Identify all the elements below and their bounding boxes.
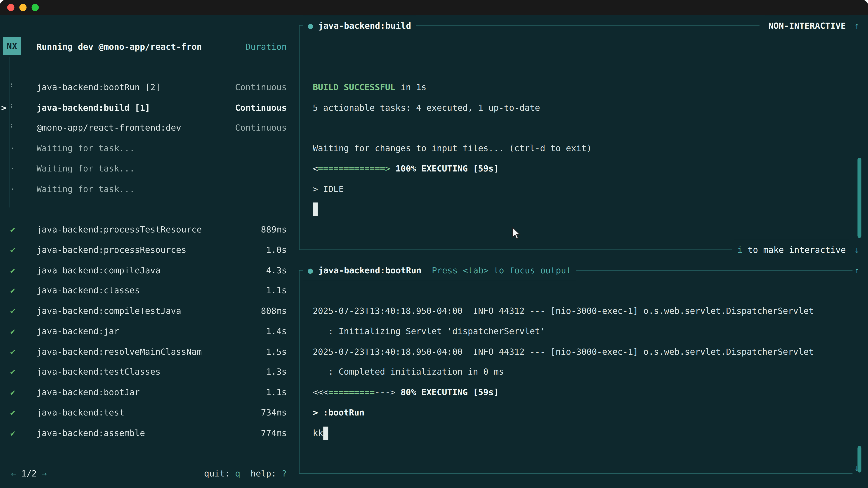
text-cursor bbox=[323, 426, 328, 440]
task-label: java-backend:test bbox=[37, 408, 125, 418]
build-pane-header[interactable]: ● java-backend:build bbox=[303, 15, 416, 36]
check-icon: ✔ bbox=[6, 245, 19, 255]
task-row-done[interactable]: ✔ java-backend:jar 1.4s bbox=[0, 321, 287, 341]
interactive-hint: i to make interactive bbox=[734, 239, 849, 260]
task-row-done[interactable]: ✔ java-backend:compileTestJava 808ms bbox=[0, 300, 287, 321]
build-success-text: BUILD SUCCESSFUL bbox=[313, 82, 396, 92]
task-duration: 1.5s bbox=[266, 347, 287, 357]
progress-close: > bbox=[385, 164, 391, 173]
dot-icon: · bbox=[6, 143, 19, 153]
bullet-icon: ● bbox=[308, 21, 313, 31]
bootrun-input-line[interactable]: kk bbox=[313, 423, 328, 443]
task-duration: 808ms bbox=[261, 306, 287, 316]
bullet-icon: ● bbox=[308, 265, 313, 275]
build-idle-line: > IDLE bbox=[313, 179, 344, 199]
task-row-done[interactable]: ✔ java-backend:bootJar 1.1s bbox=[0, 382, 287, 402]
task-row-waiting: · Waiting for task... bbox=[0, 138, 287, 158]
help-bar: quit: q help: ? bbox=[204, 463, 287, 484]
build-success-suffix: in 1s bbox=[395, 82, 426, 92]
help-label: help: bbox=[240, 468, 282, 478]
text-cursor bbox=[313, 202, 318, 216]
progress-bar: ============= bbox=[318, 164, 385, 173]
task-row-done[interactable]: ✔ java-backend:classes 1.1s bbox=[0, 280, 287, 300]
progress-label: 100% EXECUTING [59s] bbox=[391, 164, 499, 173]
task-label: java-backend:compileJava bbox=[37, 265, 160, 275]
check-icon: ✔ bbox=[6, 387, 19, 397]
task-status: Continuous bbox=[235, 103, 287, 112]
quit-key[interactable]: q bbox=[235, 468, 240, 478]
task-duration: 1.4s bbox=[266, 326, 287, 336]
hint-key: i bbox=[737, 245, 743, 255]
task-status: Continuous bbox=[235, 123, 287, 132]
task-label: Waiting for task... bbox=[37, 164, 135, 173]
screenshot-stage: NX Running dev @mono-app/react-fron Dura… bbox=[0, 0, 868, 488]
duration-column-header: Duration bbox=[246, 37, 287, 57]
check-icon: ✔ bbox=[6, 428, 19, 438]
task-row-waiting: · Waiting for task... bbox=[0, 179, 287, 199]
check-icon: ✔ bbox=[6, 326, 19, 336]
task-duration: 1.0s bbox=[266, 245, 287, 255]
task-row-done[interactable]: ✔ java-backend:test 734ms bbox=[0, 402, 287, 423]
check-icon: ✔ bbox=[6, 224, 19, 234]
page-next-icon[interactable]: → bbox=[42, 468, 47, 478]
task-label: java-backend:classes bbox=[37, 285, 140, 295]
check-icon: ✔ bbox=[6, 347, 19, 357]
scroll-up-icon[interactable]: ↑ bbox=[850, 15, 864, 36]
page-indicator: 1/2 bbox=[21, 468, 37, 478]
task-row[interactable]: ⠃ @mono-app/react-frontend:dev Continuou… bbox=[0, 117, 287, 138]
bootrun-pane-scrollbar-thumb[interactable] bbox=[857, 446, 861, 473]
task-row-done[interactable]: ✔ java-backend:testClasses 1.3s bbox=[0, 361, 287, 382]
pagination[interactable]: ← 1/2 → bbox=[11, 463, 47, 484]
task-duration: 889ms bbox=[261, 224, 287, 234]
dot-icon: · bbox=[6, 164, 19, 173]
task-row-done[interactable]: ✔ java-backend:processResources 1.0s bbox=[0, 239, 287, 260]
task-row[interactable]: ⠃ java-backend:bootRun [2] Continuous bbox=[0, 77, 287, 97]
progress-tail: ---> bbox=[375, 387, 395, 397]
task-status: Continuous bbox=[235, 82, 287, 92]
bootrun-pane-bottom-border bbox=[299, 473, 852, 474]
task-label: Waiting for task... bbox=[37, 184, 135, 194]
task-label: java-backend:jar bbox=[37, 326, 119, 336]
build-progress-line: < ============= > 100% EXECUTING [59s] bbox=[313, 158, 499, 179]
build-pane-title: java-backend:build bbox=[318, 21, 411, 31]
log-line: : Initializing Servlet 'dispatcherServle… bbox=[313, 321, 545, 341]
dot-icon: · bbox=[6, 184, 19, 194]
task-row-done[interactable]: ✔ java-backend:resolveMainClassNam 1.5s bbox=[0, 341, 287, 362]
task-row-done[interactable]: ✔ java-backend:processTestResource 889ms bbox=[0, 219, 287, 240]
close-button[interactable] bbox=[7, 4, 14, 11]
build-pane-scrollbar-thumb[interactable] bbox=[857, 158, 861, 238]
hint-text: to make interactive bbox=[743, 245, 846, 255]
spinner-icon: ⠃ bbox=[6, 82, 19, 92]
task-label: java-backend:processTestResource bbox=[37, 224, 202, 234]
task-row-selected[interactable]: ⠃ java-backend:build [1] Continuous bbox=[0, 97, 287, 118]
task-label: java-backend:assemble bbox=[37, 428, 145, 438]
task-duration: 734ms bbox=[261, 408, 287, 418]
minimize-button[interactable] bbox=[20, 4, 27, 11]
task-label: java-backend:testClasses bbox=[37, 366, 160, 377]
help-key[interactable]: ? bbox=[282, 468, 287, 478]
build-success-line: BUILD SUCCESSFUL in 1s bbox=[313, 77, 427, 97]
spinner-icon: ⠃ bbox=[6, 123, 19, 132]
task-label: java-backend:bootRun [2] bbox=[37, 82, 160, 92]
log-line: : Completed initialization in 0 ms bbox=[313, 361, 504, 382]
bootrun-pane-header[interactable]: ● java-backend:bootRun Press <tab> to fo… bbox=[303, 260, 577, 281]
scroll-down-icon[interactable]: ↓ bbox=[850, 457, 864, 478]
task-label: java-backend:bootJar bbox=[37, 387, 140, 397]
spinner-icon: ⠃ bbox=[6, 103, 19, 112]
terminal-window: NX Running dev @mono-app/react-fron Dura… bbox=[0, 0, 868, 488]
scroll-up-icon[interactable]: ↑ bbox=[850, 260, 864, 281]
task-row-done[interactable]: ✔ java-backend:assemble 774ms bbox=[0, 423, 287, 443]
check-icon: ✔ bbox=[6, 306, 19, 316]
build-cursor-line bbox=[313, 199, 318, 219]
task-row-done[interactable]: ✔ java-backend:compileJava 4.3s bbox=[0, 260, 287, 281]
task-duration: 774ms bbox=[261, 428, 287, 438]
task-label: java-backend:build [1] bbox=[37, 103, 150, 112]
zoom-button[interactable] bbox=[32, 4, 39, 11]
build-pane-left-border bbox=[299, 26, 299, 250]
scroll-down-icon[interactable]: ↓ bbox=[850, 239, 864, 260]
build-waiting-line: Waiting for changes to input files... (c… bbox=[313, 138, 592, 158]
build-pane-bottom-border bbox=[299, 250, 732, 250]
page-prev-icon[interactable]: ← bbox=[11, 468, 16, 478]
non-interactive-badge: NON-INTERACTIVE bbox=[765, 15, 849, 36]
bootrun-progress-line: <<< ========= ---> 80% EXECUTING [59s] bbox=[313, 382, 499, 402]
